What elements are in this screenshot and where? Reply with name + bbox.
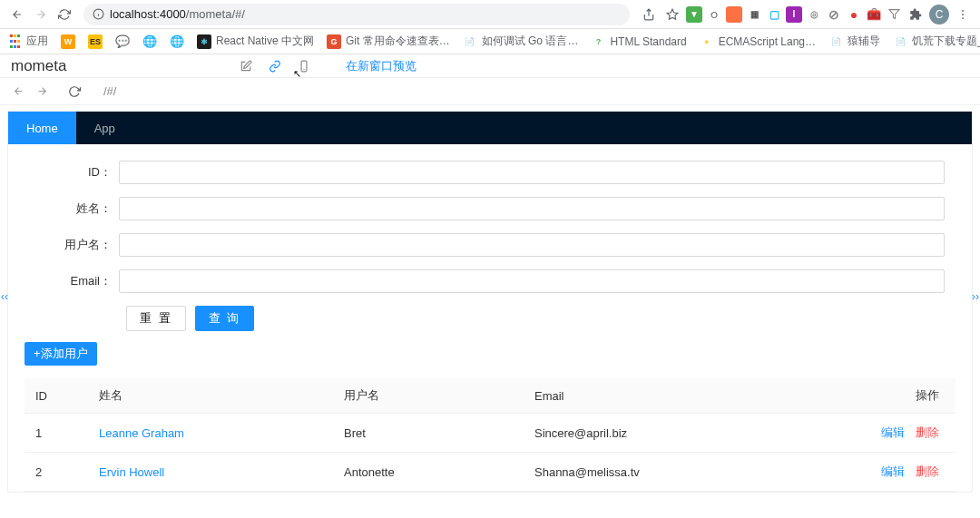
left-handle[interactable]: ‹‹ bbox=[1, 290, 8, 303]
inner-nav: /#/ bbox=[0, 78, 980, 105]
ext-orange-icon[interactable] bbox=[726, 6, 742, 23]
cell-name-link[interactable]: Leanne Graham bbox=[99, 426, 184, 440]
label-id: ID： bbox=[35, 164, 119, 181]
label-username: 用户名： bbox=[35, 237, 119, 253]
inner-url: /#/ bbox=[103, 84, 116, 98]
cell-email: Shanna@melissa.tv bbox=[524, 453, 847, 492]
bookmarks-bar: 应用 W ES 💬 🌐 🌐 ⚛React Native 中文网 GGit 常用命… bbox=[0, 29, 980, 54]
app-title: mometa bbox=[11, 57, 66, 75]
profile-avatar[interactable]: C bbox=[929, 5, 949, 24]
info-icon bbox=[93, 8, 104, 20]
bookmark-item[interactable]: 🌐 bbox=[170, 34, 184, 49]
inner-back-button[interactable] bbox=[9, 83, 27, 101]
ext-shield-icon[interactable]: ▼ bbox=[686, 6, 702, 23]
bookmark-item[interactable]: GGit 常用命令速查表… bbox=[327, 34, 450, 49]
mobile-icon[interactable]: ↖ bbox=[297, 59, 311, 73]
table-row: 1Leanne GrahamBretSincere@april.biz编辑删除 bbox=[24, 414, 956, 453]
bookmark-item[interactable]: ?HTML Standard bbox=[591, 34, 686, 49]
ext-video-icon[interactable]: ▢ bbox=[766, 6, 782, 23]
svg-marker-3 bbox=[667, 9, 678, 19]
bookmark-item[interactable]: 📄猿辅导 bbox=[828, 34, 880, 49]
ext-circle-icon[interactable]: ○ bbox=[706, 6, 722, 23]
right-handle[interactable]: ›› bbox=[972, 290, 979, 303]
svg-point-6 bbox=[962, 14, 964, 15]
edit-link[interactable]: 编辑 bbox=[881, 464, 905, 478]
extensions-icon[interactable] bbox=[906, 5, 926, 24]
menu-item-home[interactable]: Home bbox=[8, 112, 76, 144]
input-name[interactable] bbox=[119, 197, 945, 220]
svg-marker-4 bbox=[889, 10, 899, 19]
bookmark-item[interactable]: ⚛React Native 中文网 bbox=[197, 34, 314, 49]
back-button[interactable] bbox=[7, 5, 27, 24]
bookmark-item[interactable]: ES bbox=[88, 34, 103, 49]
svg-point-5 bbox=[962, 9, 964, 11]
th-username: 用户名 bbox=[333, 378, 524, 414]
label-email: Email： bbox=[35, 273, 119, 289]
bookmark-item[interactable]: ●ECMAScript Lang… bbox=[700, 34, 816, 49]
mometa-toolbar: mometa ↖ 在新窗口预览 bbox=[0, 54, 980, 78]
star-icon[interactable] bbox=[662, 5, 682, 24]
bookmark-item[interactable]: 💬 bbox=[115, 34, 130, 49]
share-icon[interactable] bbox=[639, 5, 659, 24]
apps-icon bbox=[7, 34, 22, 49]
apps-label: 应用 bbox=[26, 34, 48, 49]
url-bar[interactable]: localhost:4000/mometa/#/ bbox=[83, 4, 630, 25]
filter-form: ID： 姓名： 用户名： Email： 重 置 查 询 bbox=[8, 144, 972, 331]
th-email: Email bbox=[524, 378, 847, 414]
bookmark-item[interactable]: 🌐 bbox=[142, 34, 157, 49]
table-header-row: ID 姓名 用户名 Email 操作 bbox=[24, 378, 956, 414]
input-email[interactable] bbox=[119, 269, 945, 293]
edit-icon[interactable] bbox=[239, 59, 253, 73]
bookmark-item[interactable]: 📄如何调试 Go 语言… bbox=[463, 34, 579, 49]
cell-id: 1 bbox=[24, 414, 88, 453]
label-name: 姓名： bbox=[35, 200, 119, 217]
ext-purple-icon[interactable]: I bbox=[786, 6, 802, 23]
link-icon[interactable] bbox=[268, 59, 282, 73]
browser-toolbar: localhost:4000/mometa/#/ ▼ ○ ▦ ▢ I ◎ ⊘ ●… bbox=[0, 0, 980, 29]
forward-button[interactable] bbox=[31, 5, 51, 24]
input-username[interactable] bbox=[119, 233, 945, 257]
svg-rect-8 bbox=[302, 61, 308, 72]
delete-link[interactable]: 删除 bbox=[916, 425, 939, 439]
ext-qr-icon[interactable]: ▦ bbox=[746, 6, 762, 23]
th-name: 姓名 bbox=[88, 378, 333, 414]
ext-filter-icon[interactable] bbox=[886, 6, 902, 23]
cell-username: Antonette bbox=[333, 453, 524, 492]
input-id[interactable] bbox=[119, 161, 945, 184]
query-button[interactable]: 查 询 bbox=[195, 306, 255, 331]
th-id: ID bbox=[24, 378, 88, 414]
ext-grid-icon[interactable]: ◎ bbox=[806, 6, 822, 23]
app-menu: Home App bbox=[8, 112, 972, 144]
preview-link[interactable]: 在新窗口预览 bbox=[346, 58, 416, 74]
inner-reload-button[interactable] bbox=[65, 83, 83, 101]
ext-block-icon[interactable]: ⊘ bbox=[826, 6, 842, 23]
cell-email: Sincere@april.biz bbox=[524, 414, 847, 453]
bookmark-item[interactable]: W bbox=[61, 34, 75, 49]
reload-button[interactable] bbox=[54, 5, 74, 24]
delete-link[interactable]: 删除 bbox=[916, 464, 939, 478]
url-text: localhost:4000/mometa/#/ bbox=[110, 7, 245, 21]
menu-item-app[interactable]: App bbox=[76, 112, 133, 144]
cell-username: Bret bbox=[333, 414, 524, 453]
inner-forward-button[interactable] bbox=[33, 83, 51, 101]
ext-toolbox-icon[interactable]: 🧰 bbox=[866, 6, 882, 23]
menu-dots-icon[interactable] bbox=[953, 5, 973, 24]
table-row: 2Ervin HowellAntonetteShanna@melissa.tv编… bbox=[24, 453, 956, 492]
user-table: ID 姓名 用户名 Email 操作 1Leanne GrahamBretSin… bbox=[24, 378, 956, 492]
cell-id: 2 bbox=[24, 453, 88, 492]
cell-name-link[interactable]: Ervin Howell bbox=[99, 465, 164, 479]
th-actions: 操作 bbox=[847, 378, 956, 414]
edit-link[interactable]: 编辑 bbox=[881, 425, 905, 439]
add-user-button[interactable]: +添加用户 bbox=[24, 342, 97, 366]
svg-point-7 bbox=[962, 17, 964, 19]
preview-panel: Home App ID： 姓名： 用户名： Email： 重 置 查 询 +添加… bbox=[7, 111, 973, 493]
reset-button[interactable]: 重 置 bbox=[126, 306, 186, 331]
ext-red-icon[interactable]: ● bbox=[846, 6, 862, 23]
bookmark-item[interactable]: 📄饥荒下载专题_中文… bbox=[893, 34, 980, 49]
apps-button[interactable]: 应用 bbox=[7, 34, 48, 49]
